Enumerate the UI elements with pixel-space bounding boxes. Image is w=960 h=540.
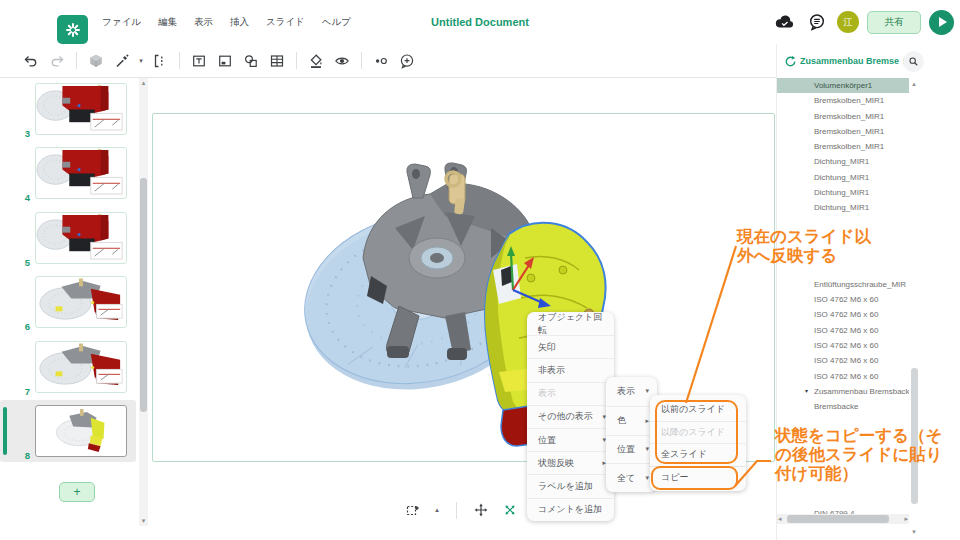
context-menu-item-9[interactable]: コメントを追加 (527, 498, 614, 521)
app-logo-icon[interactable] (57, 15, 88, 44)
cloud-sync-icon[interactable] (773, 10, 797, 34)
tree-item-label: Dichtung_MIR1 (814, 203, 869, 212)
toolbar-divider (361, 52, 362, 69)
tree-item[interactable]: ISO 4762 M6 x 60 (777, 369, 909, 384)
tree-item-label: Entlüftungsschraube_MIR (814, 280, 906, 289)
slide-thumbnail-3[interactable]: 3 (0, 78, 136, 140)
context-menu-item-7[interactable]: 状態反映▸ (527, 451, 614, 474)
shapes-icon[interactable] (238, 48, 264, 74)
refresh-icon[interactable] (784, 54, 797, 67)
select-area-icon[interactable] (402, 499, 424, 521)
scroll-up-icon[interactable]: ▴ (139, 79, 148, 87)
tree-item-label: Dichtung_MIR1 (814, 173, 869, 182)
visibility-eye-icon[interactable] (329, 48, 355, 74)
undo-icon[interactable] (18, 48, 44, 74)
record-dot-icon[interactable] (368, 48, 394, 74)
tree-item[interactable]: ISO 4762 M6 x 60 (777, 307, 909, 322)
play-icon (939, 17, 947, 27)
scroll-left-icon[interactable]: ◂ (778, 515, 782, 523)
scrollbar-thumb[interactable] (140, 178, 147, 412)
annotation-line: 現在のスライド以 (737, 227, 871, 246)
tree-item[interactable]: ISO 4762 M6 x 60 (777, 292, 909, 307)
context-menu-item-6[interactable]: 位置▾ (527, 428, 614, 451)
slide-thumbnail-panel: 345678 + ▴ ▾ (0, 78, 150, 540)
redo-icon[interactable] (44, 48, 70, 74)
caret-up[interactable]: ▴ (431, 506, 443, 514)
tree-item-label: Bremskolben_MIR1 (814, 112, 884, 121)
tree-item-label: ISO 4762 M6 x 60 (814, 341, 878, 350)
slide-thumbnail-4[interactable]: 4 (0, 142, 136, 204)
tree-item[interactable]: Bremsbacke (777, 399, 909, 414)
present-play-button[interactable] (929, 10, 954, 35)
tree-item[interactable]: Bremskolben_MIR1 (777, 109, 909, 124)
slide-preview-image[interactable] (35, 147, 127, 199)
avatar[interactable]: 江 (837, 11, 859, 33)
starburst-logo-glyph (63, 20, 83, 40)
menu-6[interactable]: ヘルプ (322, 16, 351, 29)
menu-item-label: オブジェクト回転 (538, 312, 606, 337)
menu-5[interactable]: スライド (266, 16, 305, 29)
layout-section-icon[interactable] (147, 48, 173, 74)
menu-4[interactable]: 挿入 (230, 16, 249, 29)
context-menu-item-8[interactable]: ラベルを追加 (527, 474, 614, 497)
menu-3[interactable]: 表示 (194, 16, 213, 29)
slide-preview-image[interactable] (35, 212, 127, 264)
expand-arrow-icon[interactable]: ▾ (805, 384, 808, 399)
add-comment-icon[interactable] (394, 48, 420, 74)
slide-panel-scrollbar[interactable]: ▴ ▾ (139, 78, 148, 526)
tree-hscrollbar[interactable]: ◂ ▸ (777, 514, 909, 524)
menu-2[interactable]: 編集 (158, 16, 177, 29)
tree-item[interactable]: Bremskolben_MIR1 (777, 139, 909, 154)
magic-wand-icon[interactable] (109, 48, 135, 74)
cube-3d-icon[interactable] (83, 48, 109, 74)
slide-preview-image[interactable] (35, 405, 127, 457)
text-box-icon[interactable] (186, 48, 212, 74)
menu-item-label: 位置 (538, 434, 556, 447)
slide-thumbnail-8[interactable]: 8 (0, 400, 136, 462)
search-button[interactable] (903, 51, 924, 72)
tree-item[interactable]: Dichtung_MIR1 (777, 154, 909, 169)
slide-preview-image[interactable] (35, 276, 127, 328)
move-icon[interactable] (470, 499, 492, 521)
scrollbar-thumb[interactable] (787, 515, 889, 523)
add-slide-button[interactable]: + (59, 482, 95, 502)
scroll-down-icon[interactable]: ▾ (909, 528, 919, 536)
tree-item-label: Dichtung_MIR1 (814, 188, 869, 197)
slide-preview-image[interactable] (35, 341, 127, 393)
context-menu-item-1[interactable]: オブジェクト回転 (527, 312, 614, 335)
menu-1[interactable]: ファイル (102, 16, 141, 29)
tree-item[interactable]: Dichtung_MIR1 (777, 170, 909, 185)
context-menu-item-2[interactable]: 矢印 (527, 335, 614, 358)
tree-item[interactable]: Bremskolben_MIR1 (777, 93, 909, 108)
image-icon[interactable] (212, 48, 238, 74)
context-menu-item-3[interactable]: 非表示 (527, 358, 614, 381)
slide-number: 7 (14, 386, 30, 397)
tree-item[interactable]: ISO 4762 M6 x 60 (777, 323, 909, 338)
tree-item[interactable]: ▾Zusammenbau Bremsbacke (777, 384, 909, 399)
menubar: ファイル編集表示挿入スライドヘルプ (102, 0, 351, 44)
tree-item[interactable]: Entlüftungsschraube_MIR (777, 277, 909, 292)
tree-item[interactable]: Volumenkörper1 (777, 78, 909, 93)
slide-preview-image[interactable] (35, 83, 127, 135)
scroll-right-icon[interactable]: ▸ (904, 515, 908, 523)
tree-item-label: Bremskolben_MIR1 (814, 127, 884, 136)
slide-thumbnail-7[interactable]: 7 (0, 336, 136, 398)
tree-item[interactable]: Dichtung_MIR1 (777, 185, 909, 200)
scroll-down-icon[interactable]: ▾ (139, 517, 148, 525)
tree-item[interactable]: Dichtung_MIR1 (777, 200, 909, 215)
slide-thumbnail-6[interactable]: 6 (0, 271, 136, 333)
menu-item-label: 位置 (617, 443, 635, 456)
tree-item[interactable]: Bremskolben_MIR1 (777, 124, 909, 139)
slide-thumbnail-5[interactable]: 5 (0, 207, 136, 269)
table-icon[interactable] (264, 48, 290, 74)
caret-down[interactable]: ▾ (135, 57, 147, 65)
tree-item[interactable]: ISO 4762 M6 x 60 (777, 353, 909, 368)
annotation-copy: 状態をコピーする（その後他スライドに貼り付け可能） (775, 426, 943, 483)
share-button[interactable]: 共有 (867, 11, 921, 34)
comments-icon[interactable] (805, 10, 829, 34)
context-menu-item-5[interactable]: その他の表示▾ (527, 405, 614, 428)
scroll-up-icon[interactable]: ▴ (909, 80, 919, 88)
orbit-rotate-icon[interactable] (499, 499, 521, 521)
tree-item[interactable]: ISO 4762 M6 x 60 (777, 338, 909, 353)
fill-color-icon[interactable] (303, 48, 329, 74)
